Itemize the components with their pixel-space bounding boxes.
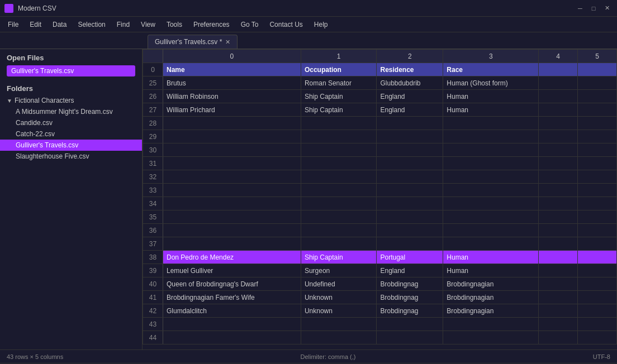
- cell[interactable]: [539, 210, 578, 224]
- col-header-1[interactable]: 1: [301, 50, 377, 63]
- cell[interactable]: [163, 331, 301, 344]
- cell[interactable]: [578, 331, 617, 344]
- cell[interactable]: [301, 224, 377, 237]
- table-row[interactable]: 35: [143, 210, 617, 224]
- table-row[interactable]: 26William RobinsonShip CaptainEnglandHum…: [143, 90, 617, 103]
- cell[interactable]: [539, 224, 578, 237]
- table-row[interactable]: 31: [143, 157, 617, 170]
- cell[interactable]: [443, 143, 539, 157]
- cell[interactable]: Unknown: [301, 304, 377, 318]
- cell[interactable]: [301, 331, 377, 344]
- cell[interactable]: [539, 291, 578, 304]
- cell[interactable]: [443, 184, 539, 197]
- menu-help[interactable]: Help: [308, 18, 334, 31]
- cell[interactable]: [578, 170, 617, 184]
- cell[interactable]: [539, 76, 578, 90]
- cell[interactable]: [301, 130, 377, 143]
- cell[interactable]: [539, 331, 578, 344]
- cell[interactable]: [539, 264, 578, 277]
- table-row[interactable]: 34: [143, 197, 617, 210]
- cell[interactable]: England: [377, 90, 443, 103]
- cell[interactable]: [578, 197, 617, 210]
- cell[interactable]: [443, 130, 539, 143]
- cell[interactable]: [301, 170, 377, 184]
- cell[interactable]: [539, 251, 578, 264]
- cell[interactable]: [539, 197, 578, 210]
- file-catch22[interactable]: Catch-22.csv: [0, 128, 142, 140]
- cell[interactable]: [578, 277, 617, 291]
- cell[interactable]: [539, 184, 578, 197]
- cell[interactable]: [443, 170, 539, 184]
- cell[interactable]: [443, 237, 539, 251]
- cell[interactable]: Human: [443, 103, 539, 117]
- cell[interactable]: [578, 76, 617, 90]
- file-slaughterhouse[interactable]: Slaughterhouse Five.csv: [0, 151, 142, 162]
- cell[interactable]: [377, 237, 443, 251]
- maximize-button[interactable]: □: [588, 3, 599, 14]
- cell[interactable]: England: [377, 103, 443, 117]
- cell[interactable]: [301, 157, 377, 170]
- cell[interactable]: [578, 318, 617, 331]
- menu-edit[interactable]: Edit: [24, 18, 47, 31]
- cell[interactable]: [443, 197, 539, 210]
- minimize-button[interactable]: ─: [575, 3, 586, 14]
- cell[interactable]: [578, 210, 617, 224]
- cell[interactable]: Lemuel Gulliver: [163, 264, 301, 277]
- cell[interactable]: [578, 251, 617, 264]
- cell[interactable]: [539, 170, 578, 184]
- cell[interactable]: Brobdingnag: [377, 277, 443, 291]
- cell[interactable]: Human: [443, 251, 539, 264]
- cell[interactable]: [443, 157, 539, 170]
- tab-close-icon[interactable]: ✕: [225, 39, 230, 46]
- menu-tools[interactable]: Tools: [161, 18, 188, 31]
- cell[interactable]: [163, 130, 301, 143]
- cell[interactable]: [301, 237, 377, 251]
- table-row[interactable]: 39Lemuel GulliverSurgeonEnglandHuman: [143, 264, 617, 277]
- file-candide[interactable]: Candide.csv: [0, 117, 142, 128]
- cell[interactable]: [377, 197, 443, 210]
- cell[interactable]: Surgeon: [301, 264, 377, 277]
- table-row[interactable]: 29: [143, 130, 617, 143]
- cell[interactable]: [539, 304, 578, 318]
- cell[interactable]: [163, 224, 301, 237]
- cell[interactable]: [539, 90, 578, 103]
- cell[interactable]: Brutus: [163, 76, 301, 90]
- menu-preferences[interactable]: Preferences: [188, 18, 235, 31]
- col-header-4[interactable]: 4: [539, 50, 578, 63]
- cell[interactable]: [539, 237, 578, 251]
- cell[interactable]: England: [377, 264, 443, 277]
- table-row[interactable]: 42GlumdalclitchUnknownBrobdingnagBrobdin…: [143, 304, 617, 318]
- folder-fictional-characters[interactable]: ▼ Fictional Characters: [0, 95, 142, 106]
- cell[interactable]: [163, 143, 301, 157]
- cell[interactable]: [578, 130, 617, 143]
- cell[interactable]: [377, 130, 443, 143]
- cell[interactable]: [377, 184, 443, 197]
- cell[interactable]: William Prichard: [163, 103, 301, 117]
- cell[interactable]: [377, 224, 443, 237]
- menu-selection[interactable]: Selection: [72, 18, 111, 31]
- col-header-5[interactable]: 5: [578, 50, 617, 63]
- cell[interactable]: [443, 318, 539, 331]
- cell[interactable]: Brobdingnag: [377, 304, 443, 318]
- cell[interactable]: [578, 90, 617, 103]
- cell[interactable]: Roman Senator: [301, 76, 377, 90]
- cell[interactable]: [301, 117, 377, 130]
- cell[interactable]: [578, 184, 617, 197]
- cell[interactable]: Human: [443, 264, 539, 277]
- cell[interactable]: Human (Ghost form): [443, 76, 539, 90]
- cell[interactable]: Brobdingnagian: [443, 277, 539, 291]
- table-row[interactable]: 40Queen of Brobdingnag's DwarfUndefinedB…: [143, 277, 617, 291]
- cell[interactable]: [163, 117, 301, 130]
- cell[interactable]: Ship Captain: [301, 103, 377, 117]
- cell[interactable]: [578, 63, 617, 76]
- cell[interactable]: William Robinson: [163, 90, 301, 103]
- cell[interactable]: Residence: [377, 63, 443, 76]
- table-row[interactable]: 43: [143, 318, 617, 331]
- cell[interactable]: [578, 157, 617, 170]
- cell[interactable]: [578, 224, 617, 237]
- cell[interactable]: [301, 210, 377, 224]
- cell[interactable]: Ship Captain: [301, 251, 377, 264]
- cell[interactable]: [301, 143, 377, 157]
- cell[interactable]: [578, 291, 617, 304]
- menu-file[interactable]: File: [2, 18, 24, 31]
